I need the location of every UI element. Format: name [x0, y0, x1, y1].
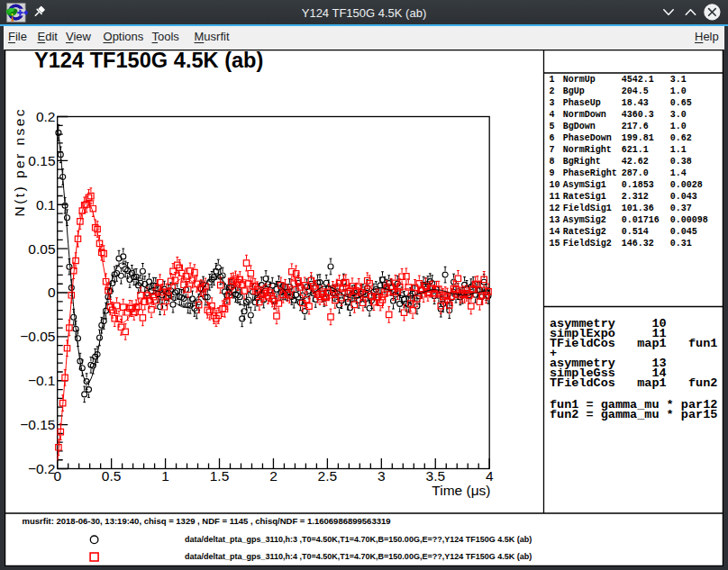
svg-text:musrfit: 2018-06-30, 13:19:40,: musrfit: 2018-06-30, 13:19:40, chisq = 1…	[23, 516, 391, 526]
svg-text:10: 10	[550, 180, 560, 190]
svg-text:Time (μs): Time (μs)	[432, 483, 490, 498]
svg-text:1: 1	[161, 468, 169, 484]
svg-text:0.00098: 0.00098	[670, 215, 708, 225]
svg-text:0.05: 0.05	[28, 241, 55, 257]
svg-text:1: 1	[550, 75, 555, 85]
svg-text:217.6: 217.6	[622, 122, 649, 131]
svg-text:12: 12	[550, 204, 560, 213]
svg-text:0.38: 0.38	[670, 157, 692, 167]
svg-text:0.15: 0.15	[28, 153, 55, 168]
svg-text:204.5: 204.5	[622, 86, 649, 96]
svg-text:199.81: 199.81	[622, 133, 654, 143]
svg-text:8: 8	[550, 157, 555, 167]
svg-text:287.0: 287.0	[622, 168, 649, 178]
svg-text:4: 4	[486, 468, 494, 484]
svg-text:2.5: 2.5	[318, 468, 338, 484]
svg-text:TFieldCos map1 fun2: TFieldCos map1 fun2	[550, 376, 717, 390]
svg-text:0.514: 0.514	[622, 227, 649, 237]
svg-text:0.62: 0.62	[670, 133, 692, 143]
svg-text:3: 3	[378, 468, 386, 484]
svg-text:fun2 = gamma_mu * par15: fun2 = gamma_mu * par15	[550, 408, 717, 421]
svg-text:Y124 TF150G 4.5K (ab): Y124 TF150G 4.5K (ab)	[34, 50, 263, 72]
svg-text:9: 9	[550, 168, 555, 178]
svg-text:3: 3	[550, 98, 555, 108]
svg-text:1.1: 1.1	[670, 145, 687, 155]
svg-text:101.36: 101.36	[622, 204, 654, 213]
svg-text:0: 0	[48, 285, 56, 300]
svg-text:0.31: 0.31	[670, 239, 692, 249]
svg-text:−0.15: −0.15	[20, 417, 55, 432]
svg-text:AsymSig1: AsymSig1	[563, 180, 606, 190]
svg-text:−0.05: −0.05	[20, 329, 55, 344]
svg-text:data/deltat_pta_gps_3110,h:4 ,: data/deltat_pta_gps_3110,h:4 ,T0=4.50K,T…	[185, 552, 532, 561]
svg-text:18.43: 18.43	[622, 98, 649, 108]
svg-text:13: 13	[550, 215, 560, 225]
svg-text:0.043: 0.043	[670, 192, 697, 202]
svg-text:0.37: 0.37	[670, 204, 692, 213]
svg-text:0.2: 0.2	[36, 109, 56, 124]
svg-text:RateSig1: RateSig1	[563, 192, 606, 202]
svg-text:NormRight: NormRight	[563, 145, 612, 155]
svg-text:0.65: 0.65	[670, 98, 692, 108]
svg-text:4360.3: 4360.3	[622, 110, 654, 120]
svg-text:6: 6	[550, 133, 555, 143]
svg-text:NormUp: NormUp	[563, 75, 596, 85]
svg-text:RateSig2: RateSig2	[563, 227, 606, 237]
svg-text:1.0: 1.0	[670, 86, 687, 96]
svg-text:4: 4	[550, 110, 555, 120]
svg-text:−0.1: −0.1	[28, 373, 56, 388]
svg-text:BgRight: BgRight	[563, 157, 601, 167]
svg-text:0.01716: 0.01716	[622, 215, 660, 225]
svg-text:14: 14	[550, 227, 560, 237]
svg-text:42.62: 42.62	[622, 157, 649, 167]
svg-text:0.045: 0.045	[670, 227, 697, 237]
svg-text:7: 7	[550, 145, 555, 155]
svg-text:TFieldCos map1 fun1: TFieldCos map1 fun1	[550, 337, 717, 350]
svg-text:0.5: 0.5	[102, 468, 122, 484]
svg-text:NormDown: NormDown	[563, 110, 606, 120]
svg-text:146.32: 146.32	[622, 239, 654, 249]
svg-text:BgUp: BgUp	[563, 86, 585, 96]
svg-text:PhaseDown: PhaseDown	[563, 133, 612, 143]
svg-text:FieldSig2: FieldSig2	[563, 239, 612, 249]
svg-text:PhaseUp: PhaseUp	[563, 98, 601, 108]
svg-text:4542.1: 4542.1	[622, 75, 654, 85]
svg-text:3.1: 3.1	[670, 75, 687, 85]
svg-text:1.0: 1.0	[670, 122, 687, 131]
svg-text:2: 2	[269, 468, 278, 484]
svg-text:−0.2: −0.2	[28, 461, 56, 476]
svg-text:11: 11	[550, 192, 560, 202]
svg-text:BgDown: BgDown	[563, 122, 596, 131]
svg-text:FieldSig1: FieldSig1	[563, 204, 612, 213]
svg-text:5: 5	[550, 122, 555, 131]
svg-text:0.1: 0.1	[36, 197, 56, 213]
svg-text:data/deltat_pta_gps_3110,h:3 ,: data/deltat_pta_gps_3110,h:3 ,T0=4.50K,T…	[185, 535, 532, 544]
svg-text:3.0: 3.0	[670, 110, 687, 120]
svg-text:2.312: 2.312	[622, 192, 649, 202]
svg-text:3.5: 3.5	[426, 468, 446, 484]
svg-text:0.0028: 0.0028	[670, 180, 703, 190]
svg-text:N(t) per nsec: N(t) per nsec	[12, 107, 27, 216]
svg-text:621.1: 621.1	[622, 145, 649, 155]
svg-text:0.1853: 0.1853	[622, 180, 654, 190]
svg-text:PhaseRight: PhaseRight	[563, 168, 617, 178]
svg-text:1.4: 1.4	[670, 168, 687, 178]
svg-text:2: 2	[550, 86, 555, 96]
svg-text:1.5: 1.5	[210, 468, 230, 484]
svg-text:15: 15	[550, 239, 560, 249]
svg-text:AsymSig2: AsymSig2	[563, 215, 606, 225]
